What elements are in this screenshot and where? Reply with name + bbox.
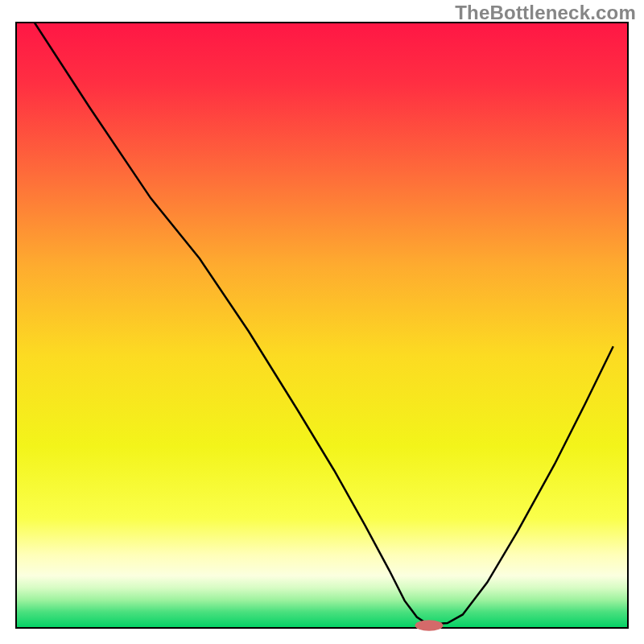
bottleneck-chart: TheBottleneck.com — [0, 0, 644, 644]
chart-svg — [0, 0, 644, 644]
optimal-marker — [415, 620, 444, 631]
plot-background — [17, 23, 627, 627]
watermark-text: TheBottleneck.com — [455, 2, 636, 24]
